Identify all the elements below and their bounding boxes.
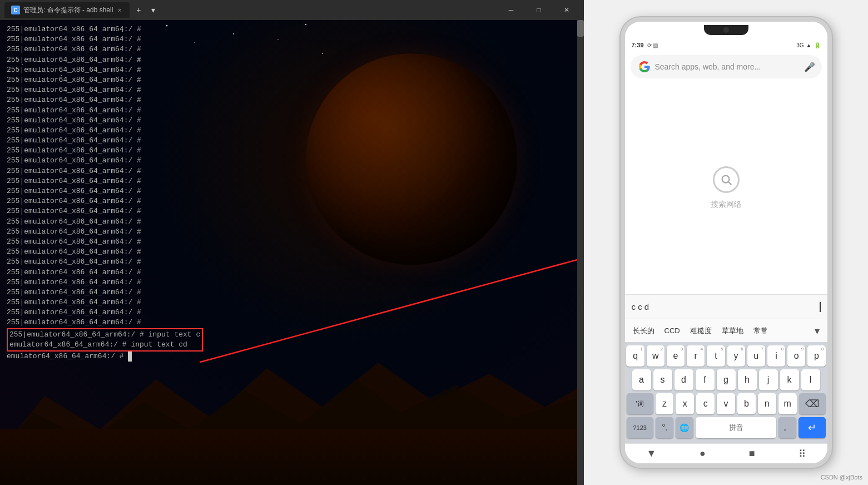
key-v[interactable]: v — [717, 393, 735, 414]
key-e[interactable]: e3 — [667, 345, 685, 367]
suggestions-bar: 长长的 CCD 粗糙度 草草地 常常 ▾ — [625, 319, 827, 342]
nav-back-button[interactable]: ▼ — [637, 446, 665, 462]
signal-icon: ▲ — [806, 42, 812, 48]
tab-dropdown-button[interactable]: ▾ — [147, 4, 158, 16]
key-comma[interactable]: ° , — [656, 417, 673, 438]
watermark: CSDN @xjBots — [821, 474, 862, 481]
keyboard: q1 w2 e3 r4 t5 y6 u7 i8 o9 p0 a s d f g … — [625, 342, 827, 443]
terminal-line: 255|emulator64_x86_64_arm64:/ # — [7, 106, 577, 116]
key-word[interactable]: '词 — [627, 393, 653, 414]
phone-frame: 7:39 ⟳ ▥ 3G ▲ 🔋 Search apps, web, and mo… — [621, 17, 832, 468]
key-d[interactable]: d — [674, 369, 693, 390]
terminal-line: 255|emulator64_x86_64_arm64:/ # — [7, 75, 577, 85]
nav-grid-button[interactable]: ⠿ — [790, 446, 815, 462]
key-k[interactable]: k — [780, 369, 799, 390]
key-p[interactable]: p0 — [807, 345, 825, 367]
sync-icon: ⟳ — [647, 42, 652, 48]
new-tab-button[interactable]: + — [133, 4, 144, 16]
terminal-line: 255|emulator64_x86_64_arm64:/ # — [7, 217, 577, 227]
key-h[interactable]: h — [738, 369, 757, 390]
key-o[interactable]: o9 — [787, 345, 805, 367]
key-j[interactable]: j — [759, 369, 778, 390]
terminal-line: 255|emulator64_x86_64_arm64:/ # — [7, 308, 577, 318]
key-g[interactable]: g — [717, 369, 736, 390]
terminal-line: 255|emulator64_x86_64_arm64:/ # — [7, 156, 577, 166]
terminal-line-input-cd: emulator64_x86_64_arm64:/ # input text c… — [9, 340, 200, 350]
terminal-line: 255|emulator64_x86_64_arm64:/ # — [7, 55, 577, 65]
key-i[interactable]: i8 — [767, 345, 785, 367]
key-m[interactable]: m — [778, 393, 797, 414]
terminal-line-cursor: emulator64_x86_64_arm64:/ # — [7, 352, 577, 362]
key-period[interactable]: 。 — [778, 417, 796, 438]
nav-recent-button[interactable]: ■ — [740, 446, 764, 462]
key-w[interactable]: w2 — [647, 345, 664, 367]
key-u[interactable]: u7 — [747, 345, 765, 367]
terminal-window: C 管理员: 命令提示符 - adb shell ✕ + ▾ ─ □ ✕ — [0, 0, 584, 485]
nav-home-button[interactable]: ● — [691, 446, 715, 462]
minimize-button[interactable]: ─ — [498, 0, 524, 20]
suggestion-2[interactable]: CCD — [660, 324, 685, 337]
scrollbar-track — [577, 20, 584, 485]
key-globe[interactable]: 🌐 — [676, 417, 693, 438]
phone-main-area: 搜索网络 — [625, 82, 827, 294]
key-l[interactable]: l — [801, 369, 820, 390]
phone-container: 7:39 ⟳ ▥ 3G ▲ 🔋 Search apps, web, and mo… — [584, 0, 868, 485]
mic-icon[interactable]: 🎤 — [804, 62, 814, 72]
suggestion-3[interactable]: 粗糙度 — [686, 324, 716, 338]
terminal-line: 255|emulator64_x86_64_arm64:/ # — [7, 126, 577, 136]
status-icons: ⟳ ▥ — [647, 42, 658, 48]
suggestions-expand-button[interactable]: ▾ — [810, 325, 824, 337]
tab-close-button[interactable]: ✕ — [116, 6, 123, 14]
keyboard-row-3: '词 z x c v b n m ⌫ — [627, 393, 826, 414]
suggestion-1[interactable]: 长长的 — [628, 324, 659, 338]
terminal-content: 255|emulator64_x86_64_arm64:/ # 255|emul… — [0, 20, 584, 485]
key-c[interactable]: c — [696, 393, 715, 414]
terminal-line: 255|emulator64_x86_64_arm64:/ # — [7, 186, 577, 196]
search-label-chinese: 搜索网络 — [711, 200, 742, 210]
key-123[interactable]: ?123 — [627, 417, 653, 438]
key-n[interactable]: n — [758, 393, 776, 414]
backspace-key[interactable]: ⌫ — [799, 393, 826, 414]
terminal-line: 255|emulator64_x86_64_arm64:/ # — [7, 268, 577, 278]
suggestion-5[interactable]: 常常 — [749, 324, 772, 338]
google-search-bar[interactable]: Search apps, web, and more... 🎤 — [631, 55, 822, 78]
terminal-line: 255|emulator64_x86_64_arm64:/ # — [7, 166, 577, 176]
key-f[interactable]: f — [696, 369, 715, 390]
maximize-button[interactable]: □ — [526, 0, 552, 20]
terminal-tab[interactable]: C 管理员: 命令提示符 - adb shell ✕ — [4, 2, 130, 18]
terminal-line: 255|emulator64_x86_64_arm64:/ # — [7, 278, 577, 288]
key-z[interactable]: z — [656, 393, 674, 414]
keyboard-row-4: ?123 ° , 🌐 拼音 。 ↵ — [627, 417, 826, 438]
key-x[interactable]: x — [676, 393, 694, 414]
phone-notch-area — [625, 22, 827, 38]
scrollbar-thumb[interactable] — [577, 20, 584, 37]
key-t[interactable]: t5 — [707, 345, 725, 367]
key-a[interactable]: a — [632, 369, 651, 390]
battery-icon: ▥ — [653, 42, 658, 48]
terminal-body: 255|emulator64_x86_64_arm64:/ # 255|emul… — [0, 20, 584, 485]
status-time: 7:39 — [632, 42, 644, 48]
key-s[interactable]: s — [653, 369, 672, 390]
key-r[interactable]: r4 — [687, 345, 705, 367]
terminal-tab-icon: C — [11, 6, 20, 14]
terminal-line: 255|emulator64_x86_64_arm64:/ # — [7, 136, 577, 146]
keyboard-row-1: q1 w2 e3 r4 t5 y6 u7 i8 o9 p0 — [627, 345, 826, 367]
phone-navigation-bar: ▼ ● ■ ⠿ — [625, 443, 827, 463]
window-controls: ─ □ ✕ — [498, 0, 579, 20]
terminal-line: 255|emulator64_x86_64_arm64:/ # — [7, 206, 577, 216]
search-icon-large — [713, 166, 740, 193]
key-q[interactable]: q1 — [626, 345, 644, 367]
key-space[interactable]: 拼音 — [696, 417, 776, 438]
close-button[interactable]: ✕ — [554, 0, 579, 20]
battery-level-icon: 🔋 — [814, 42, 821, 48]
terminal-line: 255|emulator64_x86_64_arm64:/ # — [7, 227, 577, 237]
input-bar[interactable]: c c d — [625, 294, 827, 319]
suggestion-4[interactable]: 草草地 — [717, 324, 748, 338]
key-b[interactable]: b — [737, 393, 756, 414]
key-y[interactable]: y6 — [727, 345, 745, 367]
terminal-titlebar: C 管理员: 命令提示符 - adb shell ✕ + ▾ ─ □ ✕ — [0, 0, 584, 20]
terminal-line: 255|emulator64_x86_64_arm64:/ # — [7, 288, 577, 298]
terminal-line: 255|emulator64_x86_64_arm64:/ # — [7, 34, 577, 44]
key-enter[interactable]: ↵ — [798, 417, 825, 438]
keyboard-row-2: a s d f g h j k l — [627, 369, 826, 390]
